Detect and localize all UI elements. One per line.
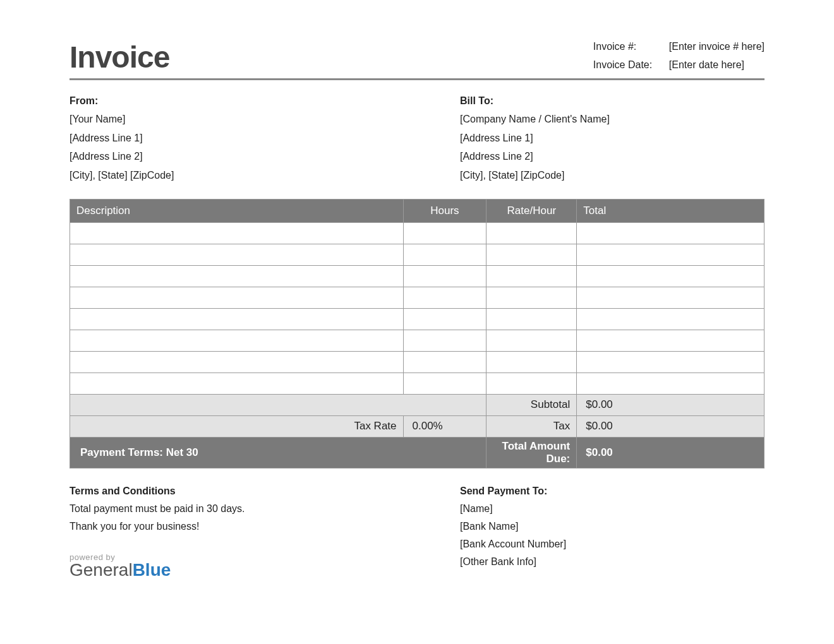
tax-label: Tax [486,415,577,437]
cell-total[interactable] [577,373,764,394]
table-row [70,308,764,330]
cell-hours[interactable] [403,308,486,330]
invoice-date-value[interactable]: [Enter date here] [669,56,744,75]
payment-to-name[interactable]: [Name] [460,500,764,518]
table-row [70,373,764,394]
bill-to-address2[interactable]: [Address Line 2] [460,147,764,166]
cell-rate[interactable] [486,373,577,394]
bill-to-address1[interactable]: [Address Line 1] [460,129,764,148]
cell-rate[interactable] [486,330,577,351]
invoice-meta: Invoice #: [Enter invoice # here] Invoic… [593,38,764,75]
cell-description[interactable] [70,373,404,394]
subtotal-spacer [70,394,486,415]
from-address-block: From: [Your Name] [Address Line 1] [Addr… [70,92,460,185]
payment-terms: Payment Terms: Net 30 [70,437,486,468]
cell-rate[interactable] [486,244,577,265]
cell-description[interactable] [70,287,404,308]
col-header-hours: Hours [403,199,486,222]
col-header-total: Total [577,199,764,222]
tax-rate-value[interactable]: 0.00% [403,415,486,437]
cell-hours[interactable] [403,244,486,265]
invoice-title: Invoice [70,40,169,75]
invoice-date-label: Invoice Date: [593,56,669,75]
payment-to-account[interactable]: [Bank Account Number] [460,535,764,553]
total-due-value: $0.00 [577,437,764,468]
from-city-state-zip[interactable]: [City], [State] [ZipCode] [70,166,460,185]
terms-line2: Thank you for your business! [70,518,460,535]
payment-to-bank[interactable]: [Bank Name] [460,518,764,535]
cell-total[interactable] [577,222,764,244]
payment-to-heading: Send Payment To: [460,482,764,500]
terms-block: Terms and Conditions Total payment must … [70,482,460,579]
cell-description[interactable] [70,265,404,287]
tax-rate-label: Tax Rate [70,415,404,437]
cell-total[interactable] [577,265,764,287]
total-due-label: Total Amount Due: [486,437,577,468]
table-row [70,244,764,265]
terms-line1: Total payment must be paid in 30 days. [70,500,460,518]
table-row [70,330,764,351]
table-row [70,222,764,244]
table-row [70,287,764,308]
subtotal-label: Subtotal [486,394,577,415]
from-address1[interactable]: [Address Line 1] [70,129,460,148]
cell-rate[interactable] [486,265,577,287]
from-name[interactable]: [Your Name] [70,110,460,129]
invoice-number-value[interactable]: [Enter invoice # here] [669,38,764,56]
bill-to-address-block: Bill To: [Company Name / Client's Name] … [460,92,764,185]
cell-hours[interactable] [403,373,486,394]
cell-description[interactable] [70,330,404,351]
col-header-description: Description [70,199,404,222]
from-heading: From: [70,92,460,110]
cell-total[interactable] [577,287,764,308]
cell-hours[interactable] [403,222,486,244]
payment-to-block: Send Payment To: [Name] [Bank Name] [Ban… [460,482,764,579]
cell-rate[interactable] [486,222,577,244]
cell-description[interactable] [70,222,404,244]
cell-hours[interactable] [403,330,486,351]
cell-rate[interactable] [486,287,577,308]
bill-to-heading: Bill To: [460,92,764,110]
terms-heading: Terms and Conditions [70,482,460,500]
cell-hours[interactable] [403,287,486,308]
cell-description[interactable] [70,244,404,265]
invoice-number-label: Invoice #: [593,38,669,56]
col-header-rate: Rate/Hour [486,199,577,222]
cell-total[interactable] [577,351,764,373]
cell-total[interactable] [577,308,764,330]
subtotal-value: $0.00 [577,394,764,415]
cell-description[interactable] [70,308,404,330]
generalblue-logo: GeneralBlue [70,561,460,579]
cell-hours[interactable] [403,351,486,373]
bill-to-name[interactable]: [Company Name / Client's Name] [460,110,764,129]
cell-total[interactable] [577,330,764,351]
line-items-table: Description Hours Rate/Hour Total Subtot… [70,199,764,468]
cell-description[interactable] [70,351,404,373]
payment-to-other[interactable]: [Other Bank Info] [460,553,764,571]
cell-total[interactable] [577,244,764,265]
table-row [70,265,764,287]
branding: powered by GeneralBlue [70,553,460,579]
table-row [70,351,764,373]
cell-rate[interactable] [486,351,577,373]
from-address2[interactable]: [Address Line 2] [70,147,460,166]
cell-rate[interactable] [486,308,577,330]
bill-to-city-state-zip[interactable]: [City], [State] [ZipCode] [460,166,764,185]
cell-hours[interactable] [403,265,486,287]
tax-value: $0.00 [577,415,764,437]
